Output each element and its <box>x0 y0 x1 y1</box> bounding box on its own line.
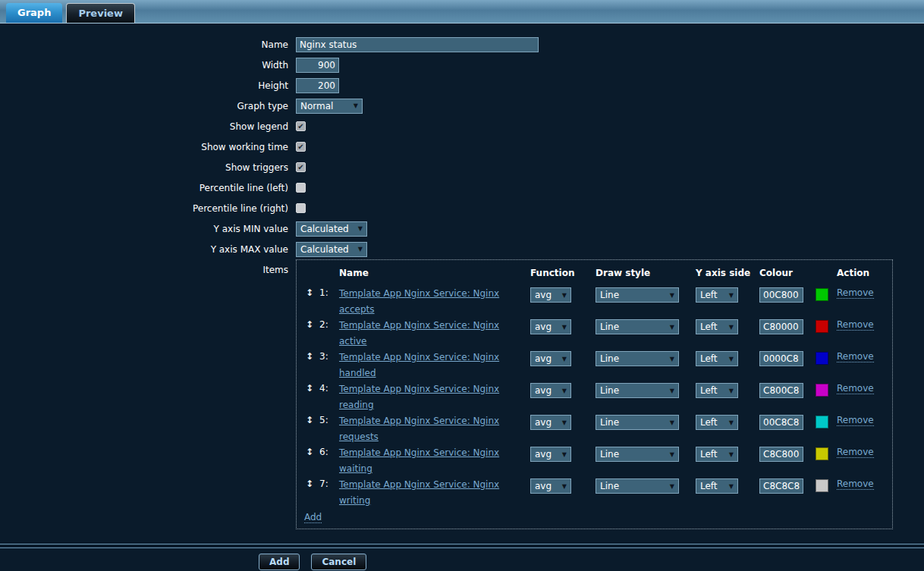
item-name-link[interactable]: Template App Nginx Service: Nginx waitin… <box>339 447 499 474</box>
item-name-link[interactable]: Template App Nginx Service: Nginx handle… <box>339 352 499 378</box>
remove-link[interactable]: Remove <box>837 351 874 362</box>
y-axis-max-select[interactable]: Calculated ▼ <box>296 242 367 257</box>
form-row-width: Width <box>0 55 924 75</box>
graph-type-value: Normal <box>300 101 333 111</box>
percentile-left-checkbox[interactable] <box>296 183 306 193</box>
draw-style-value: Line <box>600 290 619 300</box>
colour-swatch[interactable] <box>816 447 828 460</box>
function-value: avg <box>535 385 552 396</box>
dropdown-arrow-icon: ▼ <box>729 324 734 331</box>
y-axis-side-select[interactable]: Left▼ <box>696 351 738 366</box>
form-row-height: Height <box>0 75 924 96</box>
cancel-button[interactable]: Cancel <box>311 554 366 570</box>
graph-type-select[interactable]: Normal ▼ <box>296 99 363 114</box>
colour-input[interactable] <box>759 415 803 430</box>
show-legend-checkbox[interactable]: ✔ <box>296 121 306 131</box>
y-axis-side-select[interactable]: Left▼ <box>696 383 738 398</box>
remove-link[interactable]: Remove <box>837 478 874 490</box>
percentile-right-checkbox[interactable] <box>296 203 306 213</box>
colour-swatch[interactable] <box>816 288 828 301</box>
item-name-link[interactable]: Template App Nginx Service: Nginx readin… <box>339 384 499 410</box>
function-select[interactable]: avg▼ <box>530 287 571 303</box>
item-name-link[interactable]: Template App Nginx Service: Nginx active <box>339 320 499 347</box>
dropdown-arrow-icon: ▼ <box>670 387 674 394</box>
tab-preview[interactable]: Preview <box>66 3 135 23</box>
colour-input[interactable] <box>759 287 803 303</box>
name-label: Name <box>0 39 296 50</box>
draw-style-select[interactable]: Line▼ <box>596 319 679 334</box>
remove-link[interactable]: Remove <box>837 447 874 458</box>
y-axis-side-value: Left <box>700 449 718 460</box>
item-name-link[interactable]: Template App Nginx Service: Nginx reques… <box>339 416 499 442</box>
y-axis-min-select[interactable]: Calculated ▼ <box>296 221 367 237</box>
width-input[interactable] <box>296 58 339 73</box>
draw-style-select[interactable]: Line▼ <box>596 478 679 494</box>
colour-input[interactable] <box>759 447 803 462</box>
colour-swatch[interactable] <box>816 352 828 365</box>
drag-handle-icon[interactable]: ↕ <box>304 413 319 425</box>
remove-link[interactable]: Remove <box>837 287 874 299</box>
dropdown-arrow-icon: ▼ <box>562 419 567 426</box>
footer: Add Cancel <box>0 544 924 570</box>
colour-swatch[interactable] <box>816 479 828 492</box>
colour-swatch[interactable] <box>816 384 828 397</box>
function-select[interactable]: avg▼ <box>530 319 571 334</box>
draw-style-select[interactable]: Line▼ <box>596 415 679 430</box>
y-axis-side-select[interactable]: Left▼ <box>696 478 738 494</box>
draw-style-select[interactable]: Line▼ <box>596 287 679 303</box>
name-input[interactable] <box>296 37 539 52</box>
show-triggers-checkbox[interactable]: ✔ <box>296 162 306 172</box>
function-select[interactable]: avg▼ <box>530 351 571 366</box>
drag-handle-icon[interactable]: ↕ <box>304 381 319 394</box>
form-row-show-triggers: Show triggers ✔ <box>0 157 924 177</box>
item-name-link[interactable]: Template App Nginx Service: Nginx accept… <box>339 288 499 315</box>
drag-handle-icon[interactable]: ↕ <box>304 477 319 489</box>
dropdown-arrow-icon: ▼ <box>729 483 734 490</box>
height-input[interactable] <box>296 78 339 93</box>
drag-handle-icon[interactable]: ↕ <box>304 350 319 362</box>
function-select[interactable]: avg▼ <box>530 447 571 462</box>
add-item-link[interactable]: Add <box>304 512 322 523</box>
tab-graph[interactable]: Graph <box>6 3 62 23</box>
item-number: 2: <box>319 318 339 330</box>
colour-swatch[interactable] <box>816 320 828 333</box>
remove-link[interactable]: Remove <box>837 415 874 426</box>
remove-link[interactable]: Remove <box>837 319 874 331</box>
colour-input[interactable] <box>759 319 803 334</box>
function-select[interactable]: avg▼ <box>530 415 571 430</box>
function-select[interactable]: avg▼ <box>530 383 571 398</box>
colour-input[interactable] <box>759 383 803 398</box>
add-button[interactable]: Add <box>259 554 300 570</box>
item-name-link[interactable]: Template App Nginx Service: Nginx writin… <box>339 479 499 506</box>
draw-style-select[interactable]: Line▼ <box>596 447 679 462</box>
drag-handle-icon[interactable]: ↕ <box>304 445 319 457</box>
drag-handle-icon[interactable]: ↕ <box>304 286 319 298</box>
show-working-time-checkbox[interactable]: ✔ <box>296 142 306 152</box>
draw-style-select[interactable]: Line▼ <box>596 351 679 366</box>
item-number: 5: <box>319 413 339 425</box>
colour-input[interactable] <box>759 478 803 494</box>
percentile-left-label: Percentile line (left) <box>0 183 296 193</box>
draw-style-select[interactable]: Line▼ <box>596 383 679 398</box>
function-select[interactable]: avg▼ <box>530 478 571 494</box>
items-fieldset: Name Function Draw style Y axis side Col… <box>296 259 893 529</box>
drag-handle-icon[interactable]: ↕ <box>304 318 319 330</box>
y-axis-side-select[interactable]: Left▼ <box>696 319 738 334</box>
items-header-draw-style: Draw style <box>596 268 696 278</box>
item-number: 4: <box>319 381 339 394</box>
y-axis-side-value: Left <box>700 417 718 428</box>
form-row-show-working-time: Show working time ✔ <box>0 136 924 157</box>
item-row: ↕ 3: Template App Nginx Service: Nginx h… <box>304 350 885 381</box>
form-row-y-axis-min: Y axis MIN value Calculated ▼ <box>0 218 924 239</box>
items-header-y-axis-side: Y axis side <box>696 268 759 278</box>
y-axis-side-select[interactable]: Left▼ <box>696 447 738 462</box>
colour-swatch[interactable] <box>816 416 828 428</box>
colour-input[interactable] <box>759 351 803 366</box>
remove-link[interactable]: Remove <box>837 383 874 394</box>
y-axis-side-select[interactable]: Left▼ <box>696 287 738 303</box>
form-row-y-axis-max: Y axis MAX value Calculated ▼ <box>0 239 924 259</box>
width-label: Width <box>0 60 296 71</box>
form-row-name: Name <box>0 34 924 55</box>
y-axis-side-value: Left <box>700 322 718 332</box>
y-axis-side-select[interactable]: Left▼ <box>696 415 738 430</box>
